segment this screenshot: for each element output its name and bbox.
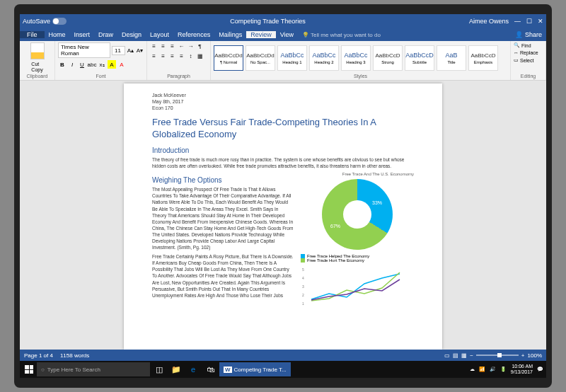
- highlight-button[interactable]: A: [108, 60, 116, 69]
- copy-button[interactable]: Copy: [31, 67, 42, 73]
- maximize-button[interactable]: ☐: [526, 18, 532, 25]
- style-heading-3[interactable]: AaBbCcHeading 3: [341, 45, 371, 71]
- shading-button[interactable]: ▦: [196, 52, 204, 60]
- doc-author: Jack McKeever: [152, 92, 414, 98]
- minimize-button[interactable]: —: [514, 18, 521, 25]
- tray-volume-icon[interactable]: 🔊: [490, 367, 496, 372]
- word-count[interactable]: 1158 words: [60, 352, 89, 359]
- grow-font-button[interactable]: A▴: [127, 46, 134, 54]
- tab-review[interactable]: Review: [246, 31, 276, 38]
- style-emphasis[interactable]: AaBbCcDEmphasis: [468, 45, 498, 71]
- style-strong[interactable]: AaBbCcDStrong: [373, 45, 403, 71]
- font-label: Font: [58, 74, 144, 79]
- toggle-switch[interactable]: [52, 18, 67, 25]
- style-subtitle[interactable]: AaBbCcDSubtitle: [405, 45, 434, 71]
- tab-file[interactable]: File: [20, 31, 45, 38]
- styles-group: AaBbCcDd¶ NormalAaBbCcDdNo Spac...AaBbCc…: [211, 41, 511, 80]
- editing-group: 🔍 Find ↔ Replace ▭ Select Editing: [511, 41, 546, 80]
- user-name: Aimee Owens: [469, 18, 509, 25]
- tab-references[interactable]: References: [173, 31, 214, 38]
- font-group: Times New Roman 11 A▴ A▾ B I U abc x₂ A …: [55, 41, 147, 80]
- underline-button[interactable]: U: [78, 60, 86, 69]
- document-area[interactable]: Jack McKeever May 8th, 2017 Econ 170 Fre…: [20, 81, 546, 350]
- tab-view[interactable]: View: [276, 31, 298, 38]
- tab-mailings[interactable]: Mailings: [214, 31, 246, 38]
- start-button[interactable]: [23, 363, 35, 376]
- zoom-slider[interactable]: [476, 354, 519, 356]
- status-bar: Page 1 of 4 1158 words ▭ ▤ ▦ − + 100%: [20, 350, 546, 361]
- task-view-button[interactable]: ◫: [151, 362, 167, 376]
- weighing-p1: The Most Appealing Prospect Of Free Trad…: [152, 186, 294, 250]
- section-intro: Introduction: [152, 146, 414, 154]
- tab-draw[interactable]: Draw: [94, 31, 117, 38]
- decrease-indent-button[interactable]: ←: [178, 42, 185, 50]
- view-print-icon[interactable]: ▤: [453, 352, 458, 359]
- zoom-level[interactable]: 100%: [528, 352, 542, 359]
- tray-onedrive-icon[interactable]: ☁: [470, 367, 475, 372]
- style-heading-2[interactable]: AaBbCcHeading 2: [309, 45, 339, 71]
- font-name-select[interactable]: Times New Roman: [58, 42, 110, 58]
- show-marks-button[interactable]: ¶: [196, 42, 204, 50]
- bold-button[interactable]: B: [58, 60, 67, 69]
- style-no-spac-[interactable]: AaBbCcDdNo Spac...: [246, 45, 275, 71]
- paste-button[interactable]: [30, 42, 45, 59]
- line-chart[interactable]: 5 4 3 2 1: [301, 265, 407, 308]
- donut-chart[interactable]: 33% 67%: [322, 179, 393, 250]
- shrink-font-button[interactable]: A▾: [136, 46, 144, 54]
- subscript-button[interactable]: x₂: [98, 60, 106, 69]
- tab-home[interactable]: Home: [45, 31, 70, 38]
- font-color-button[interactable]: A: [117, 60, 126, 69]
- document-page[interactable]: Jack McKeever May 8th, 2017 Econ 170 Fre…: [124, 83, 442, 350]
- font-size-select[interactable]: 11: [112, 46, 125, 55]
- edge-icon[interactable]: e: [185, 362, 201, 376]
- align-left-button[interactable]: ≡: [150, 52, 158, 60]
- weighing-p2: Free Trade Certainly Paints A Rosy Pictu…: [152, 253, 294, 299]
- page-indicator[interactable]: Page 1 of 4: [24, 352, 53, 359]
- zoom-in-button[interactable]: +: [521, 352, 525, 359]
- editing-label: Editing: [514, 74, 543, 79]
- user-account[interactable]: Aimee Owens: [469, 18, 509, 25]
- donut-pct-1: 33%: [372, 200, 382, 205]
- windows-icon: [25, 365, 33, 374]
- autosave-toggle[interactable]: AutoSave: [23, 18, 67, 25]
- search-placeholder: Type Here To Search: [47, 367, 100, 373]
- taskbar-app-word[interactable]: W Competing Trade T...: [219, 362, 291, 376]
- tray-network-icon[interactable]: 📶: [479, 367, 485, 372]
- italic-button[interactable]: I: [68, 60, 76, 69]
- explorer-icon[interactable]: 📁: [168, 362, 184, 376]
- increase-indent-button[interactable]: →: [187, 42, 195, 50]
- svg-text:4: 4: [302, 276, 304, 280]
- taskbar-clock[interactable]: 10:06 AM 9/13/2017: [511, 364, 533, 374]
- strike-button[interactable]: abc: [88, 60, 96, 69]
- find-button[interactable]: 🔍 Find: [514, 42, 531, 48]
- tray-battery-icon[interactable]: 🔋: [500, 367, 507, 372]
- align-right-button[interactable]: ≡: [168, 52, 176, 60]
- numbering-button[interactable]: ≡: [159, 42, 167, 50]
- view-read-icon[interactable]: ▭: [444, 352, 450, 359]
- tell-me-search[interactable]: 💡 Tell me what you want to do: [302, 32, 381, 38]
- styles-label: Styles: [214, 74, 507, 79]
- justify-button[interactable]: ≡: [178, 52, 185, 60]
- line-spacing-button[interactable]: ↕: [187, 52, 195, 60]
- bullets-button[interactable]: ≡: [150, 42, 158, 50]
- store-icon[interactable]: 🛍: [202, 362, 218, 376]
- tab-design[interactable]: Design: [117, 31, 146, 38]
- style--normal[interactable]: AaBbCcDd¶ Normal: [214, 45, 243, 71]
- select-button[interactable]: ▭ Select: [514, 57, 533, 63]
- cut-button[interactable]: Cut: [31, 62, 42, 67]
- replace-button[interactable]: ↔ Replace: [514, 50, 538, 55]
- tab-insert[interactable]: Insert: [70, 31, 95, 38]
- share-button[interactable]: 👤 Share: [511, 31, 546, 38]
- close-button[interactable]: ✕: [538, 18, 543, 25]
- taskbar-search[interactable]: ○ Type Here To Search: [37, 362, 150, 376]
- view-web-icon[interactable]: ▦: [461, 352, 467, 359]
- multilevel-button[interactable]: ≡: [168, 42, 176, 50]
- style-heading-1[interactable]: AaBbCcHeading 1: [277, 45, 307, 71]
- svg-text:5: 5: [302, 267, 304, 272]
- zoom-out-button[interactable]: −: [470, 352, 473, 359]
- align-center-button[interactable]: ≡: [159, 52, 167, 60]
- notifications-icon[interactable]: 💬: [537, 367, 543, 372]
- style-title[interactable]: AaBTitle: [437, 45, 466, 71]
- paragraph-label: Paragraph: [150, 74, 207, 79]
- tab-layout[interactable]: Layout: [146, 31, 173, 38]
